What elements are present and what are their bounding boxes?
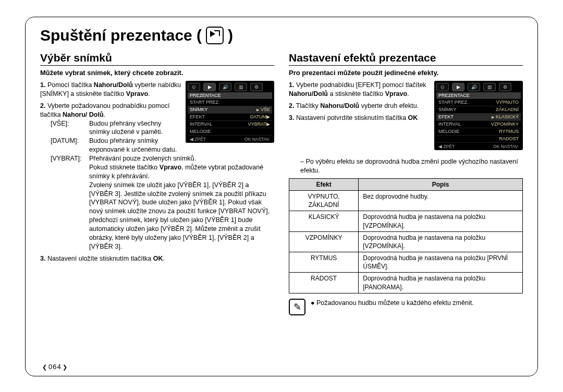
screen-row-l: START PREZ.: [438, 99, 469, 106]
left-lead: Můžete vybrat snímek, který chcete zobra…: [40, 69, 274, 77]
opt-v: Budou přehrány všechny snímky uložené v …: [89, 119, 181, 137]
screen-row-r: RYTMUS: [499, 128, 519, 135]
screen-row-r: KLASICKÝ: [496, 114, 519, 119]
t: Nastavení potvrdíte stisknutím tlačítka: [296, 114, 408, 121]
td: Bez doprovodné hudby.: [359, 190, 523, 211]
screen-row-l: SNÍMKY: [190, 106, 208, 113]
td: VYPNUTO, ZÁKLADNÍ: [289, 190, 359, 211]
t: Vyberte podnabídku [EFEKT] pomocí tlačít…: [296, 81, 426, 89]
note: ✎ ● Požadovanou hudbu můžete u každého e…: [289, 299, 523, 315]
screen-row-l: EFEKT: [438, 114, 454, 120]
pencil-note-icon: ✎: [289, 299, 305, 315]
td: Doprovodná hudba je nastavena na položku…: [359, 273, 523, 293]
screen-row-l: SNÍMKY: [438, 106, 457, 113]
opt-k: [VŠE]:: [51, 119, 89, 137]
right-lead: Pro prezentaci můžete použít jedinečné e…: [289, 69, 523, 77]
title-text: Spuštění prezentace (: [40, 27, 202, 44]
screen-tab-icon: ⚙: [499, 83, 511, 91]
td: RYTMUS: [289, 252, 359, 273]
screen-foot-r: OK NASTAV.: [493, 144, 519, 149]
screen-row-r: VZPOMÍNKY: [491, 121, 519, 128]
td: RADOST: [289, 273, 359, 293]
th: Efekt: [289, 178, 359, 190]
screen-row-r: VYPNUTO: [496, 99, 519, 106]
screen-header: PREZENTACE: [188, 92, 272, 99]
table-row: RADOSTDoprovodná hudba je nastavena na p…: [289, 273, 523, 293]
step-3: 3 Nastavení uložíte stisknutím tlačítka …: [40, 254, 274, 263]
screen-tab-icon: ▥: [235, 83, 247, 91]
th: Popis: [359, 178, 523, 190]
t: OK: [408, 114, 418, 121]
table-row: RYTMUSDoprovodná hudba je nastavena na p…: [289, 252, 523, 273]
td: VZPOMÍNKY: [289, 231, 359, 252]
t: Vpravo: [160, 164, 181, 171]
t: Vpravo: [126, 90, 148, 97]
screen-row-l: MELODIE: [438, 128, 460, 135]
t: Nahoru/Dolů: [289, 90, 328, 97]
screen-row-l: INTERVAL: [438, 121, 461, 128]
t: OK: [153, 255, 163, 262]
screen-row-r: ZÁKLADNÍ: [496, 106, 519, 113]
screen-tab-icon: ⊙: [188, 83, 200, 91]
td: Doprovodná hudba je nastavena na položku…: [359, 211, 523, 231]
screen-row-r: VYBRAT▶: [248, 121, 270, 128]
t: Nahoru/Dolů: [320, 102, 359, 109]
screen-foot-r: OK NASTAV.: [244, 137, 270, 142]
page-number: 064: [42, 363, 68, 371]
opt-v: Budou přehrány snímky exponované k určen…: [89, 137, 181, 154]
screen-foot-l: ◀ ZPĚT: [190, 137, 206, 142]
t: Tlačítky: [296, 102, 321, 109]
t: Nastavení uložíte stisknutím tlačítka: [47, 255, 153, 262]
t: a stiskněte tlačítko: [328, 90, 385, 97]
td: Doprovodná hudba je nastavena na položku…: [359, 252, 523, 273]
t: Vpravo: [385, 90, 407, 97]
bullet: Po výběru efektu se doprovodná hudba změ…: [300, 158, 518, 174]
opt-v: Přehrávání pouze zvolených snímků.: [89, 154, 196, 163]
screen-header: PREZENTACE: [436, 92, 521, 99]
t: Pokud stisknete tlačítko: [89, 164, 160, 171]
t: Nahoru/ Dolů: [63, 111, 103, 118]
screen-row-r: DATUM▶: [250, 114, 270, 120]
screen-row-r: VŠE: [261, 107, 270, 112]
t: Pomocí tlačítka: [47, 81, 94, 89]
title-close: ): [228, 27, 233, 44]
screen-tab-icon: ⊙: [436, 83, 449, 91]
screen-row-l: EFEKT: [190, 114, 205, 120]
right-column: Nastavení efektů prezentace Pro prezenta…: [289, 48, 523, 315]
screen-tab-icon: ▶: [203, 83, 216, 91]
screen-tab-icon: 🔊: [219, 83, 231, 91]
note-text: Požadovanou hudbu můžete u každého efekt…: [316, 299, 474, 307]
slideshow-icon: [206, 27, 224, 44]
page-title: Spuštění prezentace ( ): [40, 27, 523, 44]
td: KLASICKÝ: [289, 211, 359, 231]
screen-row-l: START PREZ.: [190, 99, 220, 106]
screen-foot-l: ◀ ZPĚT: [438, 144, 455, 149]
left-heading: Výběr snímků: [40, 52, 274, 66]
screen-row-l: INTERVAL: [190, 121, 212, 128]
table-row: KLASICKÝDoprovodná hudba je nastavena na…: [289, 211, 523, 231]
screen-row-l: MELODIE: [190, 128, 211, 135]
para: Zvolený snímek lze uložit jako [VÝBĚR 1]…: [89, 181, 274, 251]
camera-screen-left: ⊙ ▶ 🔊 ▥ ⚙ PREZENTACE START PREZ. SNÍMKY▶…: [186, 81, 274, 143]
screen-tab-icon: ▶: [452, 83, 464, 91]
t: .: [148, 90, 150, 97]
table-row: VYPNUTO, ZÁKLADNÍBez doprovodné hudby.: [289, 190, 523, 211]
table-row: VZPOMÍNKYDoprovodná hudba je nastavena n…: [289, 231, 523, 252]
opt-k: [DATUM]:: [51, 137, 89, 154]
t: .: [104, 111, 105, 118]
td: Doprovodná hudba je nastavena na položku…: [359, 231, 523, 252]
t: vyberte druh efektu.: [359, 102, 419, 109]
t: .: [163, 255, 165, 262]
t: .: [407, 90, 409, 97]
camera-screen-right: ⊙ ▶ 🔊 ▥ ⚙ PREZENTACE START PREZ.VYPNUTO …: [434, 81, 523, 150]
screen-tab-icon: ▥: [483, 83, 496, 91]
opt-k: [VYBRAT]:: [51, 154, 89, 163]
screen-tab-icon: ⚙: [250, 83, 263, 91]
screen-tab-icon: 🔊: [468, 83, 480, 91]
left-column: Výběr snímků Můžete vybrat snímek, který…: [40, 48, 274, 315]
t: Nahoru/Dolů: [94, 81, 133, 89]
screen-row-r: RADOST: [499, 136, 519, 142]
effects-table: EfektPopis VYPNUTO, ZÁKLADNÍBez doprovod…: [289, 178, 523, 293]
right-heading: Nastavení efektů prezentace: [289, 52, 523, 66]
